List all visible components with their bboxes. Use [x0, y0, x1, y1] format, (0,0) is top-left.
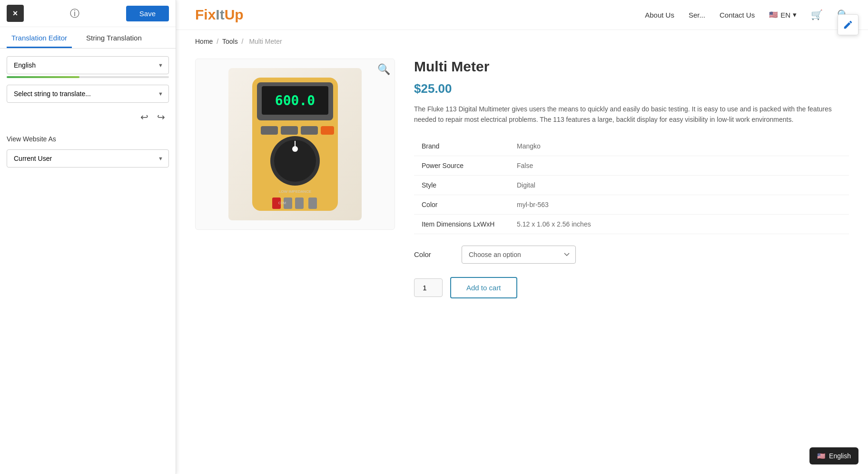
breadcrumb-home[interactable]: Home [195, 38, 213, 45]
user-select-wrapper: Current User Guest Admin [7, 149, 169, 168]
spec-value-power: False [509, 156, 849, 175]
language-select-wrapper: English French Spanish German [7, 56, 169, 74]
spec-row-dimensions: Item Dimensions LxWxH 5.12 x 1.06 x 2.56… [414, 214, 849, 234]
spec-value-style: Digital [509, 175, 849, 195]
tab-string-translation[interactable]: String Translation [81, 27, 147, 48]
svg-text:600.0: 600.0 [275, 93, 315, 109]
nav-link-about[interactable]: About Us [645, 11, 674, 19]
svg-text:COM: COM [278, 201, 286, 205]
product-price: $25.00 [414, 81, 849, 96]
svg-rect-6 [301, 126, 318, 135]
panel-body: English French Spanish German Select str… [0, 49, 176, 175]
product-image-column: 600.0 [195, 59, 395, 298]
save-button[interactable]: Save [126, 6, 169, 21]
add-to-cart-button[interactable]: Add to cart [450, 277, 517, 298]
site-nav: FixItUp About Us Ser... Contact Us 🇺🇸 EN… [176, 0, 868, 30]
product-image-container: 600.0 [195, 59, 395, 230]
cart-icon[interactable]: 🛒 [811, 9, 823, 20]
logo-it: It [216, 7, 224, 22]
svg-rect-4 [261, 126, 278, 135]
svg-rect-7 [321, 126, 334, 135]
user-select[interactable]: Current User Guest Admin [7, 149, 169, 168]
color-row: Color Choose an option myl-br-563 [414, 246, 849, 264]
logo-fix: Fix [195, 7, 216, 22]
language-switcher[interactable]: 🇺🇸 EN ▾ [769, 10, 797, 19]
close-button[interactable]: × [7, 5, 24, 22]
breadcrumb: Home / Tools / Multi Meter [176, 30, 868, 49]
color-select-label: Color [414, 250, 452, 258]
spec-value-brand: Mangko [509, 137, 849, 156]
svg-text:LOW IMPEDANCE: LOW IMPEDANCE [279, 189, 311, 194]
quantity-input[interactable] [414, 278, 443, 297]
panel-tabs: Translation Editor String Translation [0, 27, 176, 49]
spec-row-style: Style Digital [414, 175, 849, 195]
spec-row-color: Color myl-br-563 [414, 195, 849, 214]
spec-row-power: Power Source False [414, 156, 849, 175]
product-area: 600.0 [176, 49, 868, 317]
spec-row-brand: Brand Mangko [414, 137, 849, 156]
string-select[interactable]: Select string to translate... [7, 85, 169, 103]
view-website-as-label: View Website As [7, 135, 169, 143]
bottom-flag-icon: 🇺🇸 [817, 452, 825, 460]
svg-rect-5 [281, 126, 298, 135]
breadcrumb-current: Multi Meter [249, 38, 282, 45]
product-title: Multi Meter [414, 59, 849, 75]
bottom-right-language-badge[interactable]: 🇺🇸 English [809, 447, 858, 464]
lang-code: EN [780, 11, 790, 19]
spec-label-power: Power Source [414, 156, 509, 175]
breadcrumb-tools[interactable]: Tools [222, 38, 238, 45]
color-select[interactable]: Choose an option myl-br-563 [462, 246, 576, 264]
edit-icon-overlay[interactable] [838, 14, 858, 35]
product-description: The Fluke 113 Digital Multimeter gives u… [414, 104, 849, 125]
spec-label-style: Style [414, 175, 509, 195]
spec-label-dimensions: Item Dimensions LxWxH [414, 214, 509, 234]
translation-progress-bar [7, 76, 169, 78]
spec-label-brand: Brand [414, 137, 509, 156]
next-arrow-button[interactable]: ↪ [155, 109, 167, 125]
bottom-lang-label: English [829, 452, 851, 460]
breadcrumb-sep2: / [242, 38, 246, 45]
spec-value-color: myl-br-563 [509, 195, 849, 214]
nav-link-services[interactable]: Ser... [689, 11, 705, 19]
language-select[interactable]: English French Spanish German [7, 56, 169, 74]
nav-arrows: ↩ ↪ [7, 109, 169, 125]
logo-up: Up [225, 7, 244, 22]
translation-panel: × ⓘ Save Translation Editor String Trans… [0, 0, 176, 474]
panel-header: × ⓘ Save [0, 0, 176, 27]
nav-links: About Us Ser... Contact Us 🇺🇸 EN ▾ 🛒 🔍 [645, 9, 849, 20]
add-to-cart-row: Add to cart [414, 277, 849, 298]
right-content: FixItUp About Us Ser... Contact Us 🇺🇸 EN… [176, 0, 868, 474]
svg-point-11 [292, 146, 298, 152]
svg-rect-14 [295, 198, 304, 209]
flag-icon: 🇺🇸 [769, 10, 778, 19]
breadcrumb-sep1: / [217, 38, 220, 45]
translation-progress-fill [7, 76, 79, 78]
lang-chevron-icon: ▾ [793, 10, 797, 19]
product-specs-table: Brand Mangko Power Source False Style Di… [414, 137, 849, 234]
nav-link-contact[interactable]: Contact Us [720, 11, 755, 19]
product-details: Multi Meter $25.00 The Fluke 113 Digital… [414, 59, 849, 298]
svg-rect-15 [308, 198, 317, 209]
spec-label-color: Color [414, 195, 509, 214]
info-button[interactable]: ⓘ [66, 5, 83, 22]
spec-value-dimensions: 5.12 x 1.06 x 2.56 inches [509, 214, 849, 234]
tab-translation-editor[interactable]: Translation Editor [7, 27, 72, 48]
site-logo: FixItUp [195, 7, 244, 23]
zoom-icon[interactable]: 🔍 [377, 63, 390, 76]
prev-arrow-button[interactable]: ↩ [138, 109, 150, 125]
string-select-wrapper: Select string to translate... [7, 85, 169, 103]
product-image: 600.0 [228, 68, 362, 220]
